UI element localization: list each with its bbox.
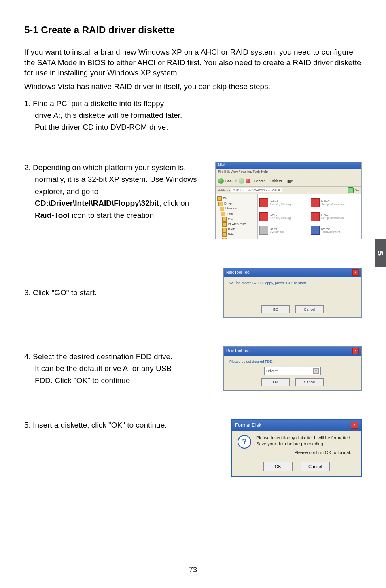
format-disk-msgbox: Format Disk × ? Please insert floppy dis… [231, 419, 362, 477]
file-item[interactable]: iaStorSystem file [259, 224, 308, 236]
file-label: iaStorSystem file [270, 228, 284, 233]
file-item[interactable]: F6FLOPPY.EXE [311, 238, 360, 239]
address-go[interactable]: →Go [348, 187, 359, 193]
stop-icon[interactable] [246, 179, 250, 183]
tree-item[interactable]: License [217, 206, 256, 211]
tree-item[interactable]: Bin [217, 196, 256, 201]
msgbox-line-1: Please insert floppy diskette. It will b… [256, 435, 351, 440]
file-item[interactable]: licenseText Document [311, 224, 360, 236]
intro-paragraph-2: Windows Vista has native RAID driver in … [24, 81, 362, 92]
dialog-fdd-screenshot: RaidTool Tool × Please select desired FD… [223, 346, 362, 391]
step-1-line-2: drive A:, this diskette will be formatte… [24, 109, 362, 121]
file-icon [311, 198, 320, 207]
explorer-menu-bar[interactable]: File Edit View Favorites Tools Help [216, 169, 361, 176]
step-1: 1. Find a PC, put a diskette into its fl… [24, 98, 362, 133]
msgbox-line-2: Save your data before proceeding. [256, 441, 324, 446]
file-icon [259, 212, 268, 221]
explorer-folder-tree[interactable]: BinDriverLicenseIntelMEIIR.ADD.PKSRAIDDr… [216, 194, 258, 239]
tree-item[interactable]: IR.ADD.PKS [217, 222, 256, 227]
forward-icon[interactable] [239, 178, 244, 184]
step-2-path: CD:\Driver\Intel\RAID\Floppy\32bit [35, 199, 159, 207]
step-2-pre: 2. Depending on which platform your syst… [24, 163, 197, 196]
file-label: iaStorSecurity Catalog [270, 214, 291, 219]
file-item[interactable]: RaidToolRaidTool MFC Application [259, 238, 308, 239]
page-content: 5-1 Create a RAID driver diskette If you… [0, 0, 386, 588]
close-icon[interactable]: × [352, 348, 359, 354]
section-title: 5-1 Create a RAID driver diskette [24, 24, 362, 36]
file-item[interactable]: iaAhciSecurity Catalog [259, 197, 308, 209]
file-label: iaAHCISetup Information [321, 200, 344, 206]
dialog-go-body: Will be create RAID Floppy, press "GO" t… [224, 277, 361, 303]
cancel-button[interactable]: Cancel [295, 378, 324, 386]
ok-button[interactable]: OK [263, 462, 293, 471]
dialog-go-screenshot: RaidTool Tool × Will be create RAID Flop… [223, 268, 362, 318]
msgbox-title-text: Format Disk [235, 422, 261, 428]
cancel-button[interactable]: Cancel [295, 305, 324, 313]
tree-item[interactable]: Floppy [217, 237, 256, 239]
dialog-fdd-buttons: OK Cancel [224, 376, 361, 390]
search-label[interactable]: Search [254, 179, 266, 183]
msgbox-body: ? Please insert floppy diskette. It will… [232, 431, 361, 460]
step-1-text: 1. Find a PC, put a diskette into its fl… [24, 98, 362, 133]
tree-item[interactable]: Intel [217, 211, 256, 217]
file-label: licenseText Document [321, 228, 340, 233]
dialog-go-buttons: GO Cancel [224, 303, 361, 317]
dialog-go-title: RaidTool Tool [226, 270, 250, 275]
intro-paragraph-1: If you want to install a brand new Windo… [24, 47, 362, 78]
go-icon: → [348, 187, 354, 193]
step-4-text: 4. Select the desired destination FDD dr… [24, 351, 211, 386]
file-icon [259, 226, 268, 235]
explorer-file-list[interactable]: iaAhciSecurity CatalogiaAHCISetup Inform… [258, 194, 361, 239]
close-icon[interactable]: × [352, 269, 359, 276]
dialog-fdd-titlebar: RaidTool Tool × [224, 347, 361, 356]
step-4-line-1: 4. Select the desired destination FDD dr… [24, 351, 211, 362]
step-2-mid: , click on [159, 199, 189, 207]
step-3: 3. Click "GO" to start. RaidTool Tool × … [24, 268, 362, 318]
step-3-text: 3. Click "GO" to start. [24, 287, 211, 298]
dialog-fdd-title: RaidTool Tool [226, 349, 250, 353]
file-item[interactable]: iaStorSecurity Catalog [259, 211, 308, 223]
tree-item[interactable]: MEI [217, 217, 256, 222]
file-item[interactable]: iaAHCISetup Information [311, 197, 360, 209]
msgbox-line-3: Please confirm OK to format. [256, 450, 351, 456]
cancel-button[interactable]: Cancel [301, 462, 330, 471]
dialog-fdd-body: Please select desired FDD. Drive:A ▾ [224, 356, 361, 375]
address-input[interactable]: D:\Driver\Intel\RAID\Floppy\32bit [231, 188, 282, 192]
chevron-down-icon: ▾ [313, 368, 319, 374]
step-2-line: 2. Depending on which platform your syst… [24, 162, 203, 221]
explorer-screenshot: 32bit File Edit View Favorites Tools Hel… [215, 162, 362, 239]
file-item[interactable]: iaStorSetup Information [311, 211, 360, 223]
explorer-toolbar: Back ▾ Search Folders ▦▾ [216, 176, 361, 187]
file-label: iaAhciSecurity Catalog [270, 200, 291, 206]
dialog-go-titlebar: RaidTool Tool × [224, 268, 361, 277]
address-text: Address D:\Driver\Intel\RAID\Floppy\32bi… [218, 188, 282, 192]
toolbar-sep: ▾ [235, 179, 237, 183]
explorer-address-bar: Address D:\Driver\Intel\RAID\Floppy\32bi… [216, 187, 361, 194]
step-4: 4. Select the desired destination FDD dr… [24, 346, 362, 391]
go-button[interactable]: GO [261, 305, 290, 313]
dialog-fdd-text: Please select desired FDD. [229, 360, 356, 364]
msgbox-text: Please insert floppy diskette. It will b… [256, 435, 351, 456]
fdd-select-value: Drive:A [266, 369, 278, 373]
back-label[interactable]: Back [225, 179, 233, 183]
close-icon[interactable]: × [351, 422, 358, 429]
back-icon[interactable] [218, 178, 224, 184]
step-5: 5. Insert a diskette, click "OK" to cont… [24, 419, 362, 477]
file-icon [311, 212, 320, 221]
fdd-select[interactable]: Drive:A ▾ [264, 367, 321, 375]
folders-label[interactable]: Folders [270, 179, 282, 183]
explorer-body: BinDriverLicenseIntelMEIIR.ADD.PKSRAIDDr… [216, 194, 361, 239]
msgbox-buttons: OK Cancel [232, 459, 361, 476]
page-number: 73 [0, 566, 386, 574]
ok-button[interactable]: OK [261, 378, 290, 386]
tree-item[interactable]: RAID [217, 227, 256, 232]
msgbox-titlebar: Format Disk × [232, 420, 361, 431]
file-icon [311, 226, 320, 235]
step-2-tool: Raid-Tool [35, 211, 70, 219]
tree-item[interactable]: Drive [217, 232, 256, 237]
views-icon[interactable]: ▦▾ [286, 179, 294, 183]
step-2: 2. Depending on which platform your syst… [24, 162, 362, 239]
file-label: iaStorSetup Information [321, 214, 344, 219]
question-icon: ? [238, 435, 251, 449]
tree-item[interactable]: Driver [217, 201, 256, 207]
